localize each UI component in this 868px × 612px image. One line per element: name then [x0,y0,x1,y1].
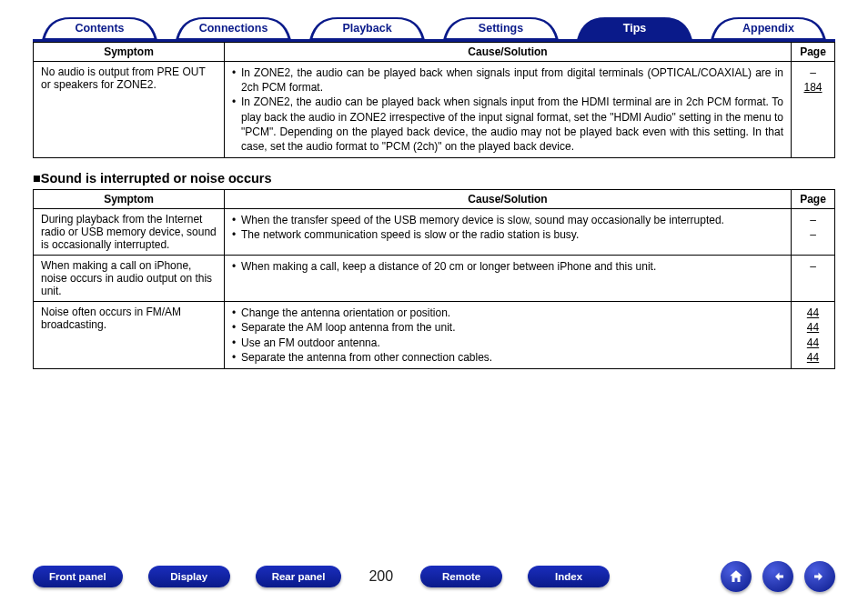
symptom-cell: When making a call on iPhone, noise occu… [34,256,225,302]
front-panel-button[interactable]: Front panel [33,566,123,587]
table-row: Noise often occurs in FM/AM broadcasting… [34,302,835,369]
forward-icon[interactable] [804,561,835,592]
section-title: ■Sound is interrupted or noise occurs [33,171,835,186]
tab-appendix[interactable]: Appendix [701,16,835,39]
th-page: Page [792,190,835,209]
back-icon[interactable] [762,561,793,592]
index-button[interactable]: Index [528,566,610,587]
symptom-cell: Noise often occurs in FM/AM broadcasting… [34,302,225,369]
tab-contents[interactable]: Contents [33,16,167,39]
cause-cell: When the transfer speed of the USB memor… [225,209,792,256]
remote-button[interactable]: Remote [420,566,502,587]
th-page: Page [792,43,835,62]
cause-cell: When making a call, keep a distance of 2… [225,256,792,302]
page-cell: 44444444 [792,302,835,369]
cause-item: When the transfer speed of the USB memor… [232,213,783,227]
page-cell: – [792,256,835,302]
th-cause: Cause/Solution [225,43,792,62]
tab-settings[interactable]: Settings [434,16,568,39]
cause-item: Use an FM outdoor antenna. [232,336,783,350]
symptom-cell: No audio is output from PRE OUT or speak… [34,62,225,158]
cause-item: Change the antenna orientation or positi… [232,306,783,320]
th-symptom: Symptom [34,43,225,62]
tab-label: Contents [75,22,124,35]
tab-connections[interactable]: Connections [167,16,300,39]
page-link[interactable]: 44 [807,336,819,349]
footer-nav: Front panel Display Rear panel 200 Remot… [0,561,868,592]
cause-item: When making a call, keep a distance of 2… [232,259,783,274]
page-ref: – [799,227,827,242]
cause-cell: In ZONE2, the audio can be played back w… [225,62,792,158]
page-ref: – [799,259,827,274]
cause-item: In ZONE2, the audio can be played back w… [232,65,783,95]
rear-panel-button[interactable]: Rear panel [256,566,342,587]
tab-tips[interactable]: Tips [568,16,701,39]
tab-label: Settings [479,22,523,35]
th-cause: Cause/Solution [225,190,792,209]
troubleshooting-table-1: Symptom Cause/Solution Page No audio is … [33,42,835,158]
top-tab-bar: ContentsConnectionsPlaybackSettingsTipsA… [33,16,835,42]
cause-item: Separate the AM loop antenna from the un… [232,320,783,335]
cause-item: Separate the antenna from other connecti… [232,350,783,365]
page-link[interactable]: 44 [807,351,819,364]
page-cell: –184 [792,62,835,158]
page-number: 200 [365,568,397,585]
section-marker-icon: ■ [33,171,41,186]
tab-label: Appendix [742,22,794,35]
tab-label: Connections [199,22,268,35]
display-button[interactable]: Display [148,566,230,587]
page-cell: –– [792,209,835,256]
tab-label: Tips [623,22,646,35]
page-ref: – [799,65,827,80]
table-row: No audio is output from PRE OUT or speak… [34,62,835,158]
page-ref: – [799,213,827,227]
cause-item: In ZONE2, the audio can be played back w… [232,95,783,154]
symptom-cell: During playback from the Internet radio … [34,209,225,256]
cause-item: The network communication speed is slow … [232,227,783,242]
tab-playback[interactable]: Playback [300,16,434,39]
th-symptom: Symptom [34,190,225,209]
troubleshooting-table-2: Symptom Cause/Solution Page During playb… [33,189,835,369]
table-row: When making a call on iPhone, noise occu… [34,256,835,302]
page-link[interactable]: 184 [803,81,822,94]
page-link[interactable]: 44 [807,321,819,334]
page-link[interactable]: 44 [807,306,819,319]
tab-label: Playback [342,22,391,35]
cause-cell: Change the antenna orientation or positi… [225,302,792,369]
home-icon[interactable] [721,561,752,592]
table-row: During playback from the Internet radio … [34,209,835,256]
